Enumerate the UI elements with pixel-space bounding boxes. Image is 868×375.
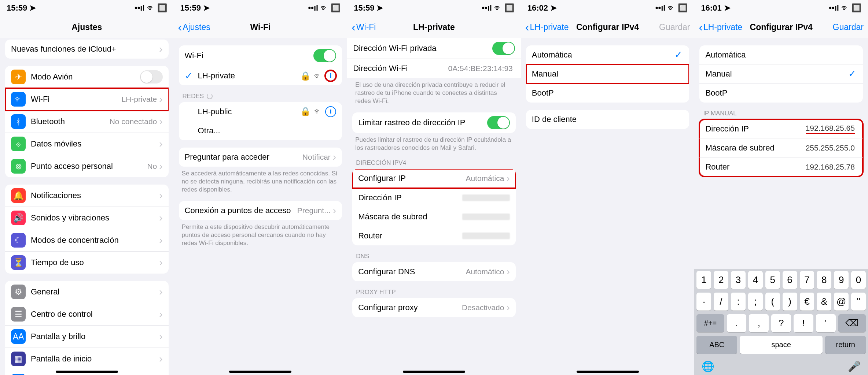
key-euro[interactable]: € [800, 293, 814, 311]
key-slash[interactable]: / [714, 293, 728, 311]
status-bar: 15:59➤ ••ılᯤ🔲 [0, 0, 174, 16]
airplane-toggle[interactable] [140, 70, 163, 83]
client-id-row[interactable]: ID de cliente [526, 110, 689, 129]
option-bootp[interactable]: BootP [526, 83, 689, 103]
key-amp[interactable]: & [817, 293, 831, 311]
home-indicator[interactable] [577, 371, 639, 373]
globe-icon[interactable]: 🌐 [702, 360, 714, 372]
limit-toggle[interactable] [487, 116, 510, 129]
home-indicator[interactable] [56, 371, 118, 373]
wifi-icon: ᯤ [147, 3, 155, 13]
wifi-row[interactable]: ᯤ Wi-Fi LH-private › [5, 88, 169, 111]
mac-footer: El uso de una dirección privada contribu… [347, 78, 521, 105]
key-excl[interactable]: ! [794, 314, 813, 332]
signal-icon: ••ıl [482, 3, 492, 13]
key-abc[interactable]: ABC [696, 336, 737, 354]
key-comma[interactable]: , [749, 314, 769, 332]
homescreen-row[interactable]: ▦ Pantalla de inicio› [5, 348, 169, 370]
wifi-icon: ᯤ [11, 92, 26, 107]
notifications-row[interactable]: 🔔 Notificaciones› [5, 185, 169, 207]
key-1[interactable]: 1 [696, 271, 711, 289]
key-question[interactable]: ? [771, 314, 791, 332]
focus-row[interactable]: ☾ Modos de concentración› [5, 229, 169, 252]
key-semicolon[interactable]: ; [748, 293, 763, 311]
option-manual[interactable]: Manual [526, 64, 689, 83]
key-dash[interactable]: - [696, 293, 711, 311]
option-automatic[interactable]: Automática ✓ [526, 45, 689, 64]
check-icon: ✓ [674, 49, 683, 60]
home-indicator[interactable] [229, 371, 291, 373]
option-bootp[interactable]: BootP [699, 83, 863, 103]
key-9[interactable]: 9 [834, 271, 849, 289]
key-4[interactable]: 4 [748, 271, 763, 289]
other-network-row[interactable]: Otra... [179, 121, 342, 140]
control-center-row[interactable]: ☰ Centro de control› [5, 303, 169, 326]
option-manual[interactable]: Manual ✓ [699, 64, 863, 83]
hotspot-row[interactable]: ⊚ Punto acceso personal No › [5, 155, 169, 177]
icloud-plus-row[interactable]: Nuevas funciones de iCloud+ › [5, 40, 169, 59]
key-backspace[interactable]: ⌫ [838, 314, 866, 332]
status-bar: 15:59➤ ••ılᯤ🔲 [347, 0, 521, 16]
home-indicator[interactable] [403, 371, 465, 373]
key-return[interactable]: return [825, 336, 866, 354]
mic-icon[interactable]: 🎤 [848, 360, 861, 372]
spinner-icon [207, 93, 213, 99]
hotspot-connect-row[interactable]: Conexión a puntos de acceso Pregunt... › [179, 201, 342, 220]
grid-icon: ▦ [11, 352, 26, 366]
key-6[interactable]: 6 [783, 271, 797, 289]
page-title: Ajustes [0, 22, 174, 32]
wifi-icon: ᯤ [667, 3, 676, 13]
private-addr-toggle[interactable] [492, 42, 515, 55]
status-bar: 16:01➤ ••ılᯤ🔲 [694, 0, 868, 16]
ask-to-join-row[interactable]: Preguntar para acceder Notificar › [179, 148, 342, 167]
cellular-row[interactable]: ⟐ Datos móviles › [5, 133, 169, 155]
lock-icon: 🔒 [300, 107, 311, 116]
key-rparen[interactable]: ) [783, 293, 797, 311]
key-5[interactable]: 5 [765, 271, 780, 289]
key-0[interactable]: 0 [851, 271, 866, 289]
blurred-value [462, 214, 510, 220]
info-button[interactable]: i [325, 70, 336, 81]
key-apos[interactable]: ' [816, 314, 836, 332]
subnet-mask-row: Máscara de subred [352, 207, 516, 226]
display-row[interactable]: AA Pantalla y brillo› [5, 326, 169, 348]
dns-header: DNS [347, 253, 521, 262]
key-lparen[interactable]: ( [765, 293, 780, 311]
ask-footer: Se accederá automáticamente a las redes … [174, 167, 347, 194]
manual-router-row[interactable]: Router 192.168.25.78 [699, 157, 863, 177]
manual-mask-row[interactable]: Máscara de subred 255.255.255.0 [699, 138, 863, 157]
airplane-mode-row[interactable]: ✈ Modo Avión [5, 66, 169, 88]
moon-icon: ☾ [11, 233, 26, 248]
manual-ip-row[interactable]: Dirección IP 192.168.25.65 [699, 119, 863, 138]
general-row[interactable]: ⚙ General› [5, 281, 169, 303]
key-space[interactable]: space [740, 336, 823, 354]
screentime-row[interactable]: ⏳ Tiempo de uso› [5, 252, 169, 274]
connected-network-row[interactable]: ✓ LH-private 🔒ᯤ i [179, 66, 342, 85]
key-period[interactable]: . [727, 314, 747, 332]
wifi-toggle-row: Wi-Fi [179, 45, 342, 66]
chevron-right-icon: › [506, 172, 510, 184]
chevron-right-icon: › [159, 160, 162, 172]
configure-ip-row[interactable]: Configurar IP Automática › [352, 169, 516, 188]
key-colon[interactable]: : [731, 293, 746, 311]
key-2[interactable]: 2 [714, 271, 728, 289]
wifi-icon: ᯤ [494, 3, 502, 13]
keyboard: 1 2 3 4 5 6 7 8 9 0 - / : ; ( ) € & @ " … [694, 269, 868, 375]
sounds-row[interactable]: 🔊 Sonidos y vibraciones› [5, 207, 169, 229]
option-automatic[interactable]: Automática [699, 45, 863, 64]
wifi-toggle[interactable] [313, 49, 336, 62]
key-7[interactable]: 7 [800, 271, 814, 289]
network-row[interactable]: LH-public 🔒ᯤ i [179, 102, 342, 121]
configure-proxy-row[interactable]: Configurar proxy Desactivado › [352, 298, 516, 317]
key-at[interactable]: @ [834, 293, 849, 311]
bluetooth-row[interactable]: ᚼ Bluetooth No conectado › [5, 111, 169, 133]
chevron-right-icon: › [159, 93, 162, 105]
key-3[interactable]: 3 [731, 271, 746, 289]
key-symbols[interactable]: #+= [696, 314, 724, 332]
display-icon: AA [11, 329, 26, 344]
key-8[interactable]: 8 [817, 271, 831, 289]
key-quote[interactable]: " [851, 293, 866, 311]
info-button[interactable]: i [325, 106, 336, 117]
configure-dns-row[interactable]: Configurar DNS Automático › [352, 262, 516, 281]
location-icon: ➤ [376, 3, 383, 13]
